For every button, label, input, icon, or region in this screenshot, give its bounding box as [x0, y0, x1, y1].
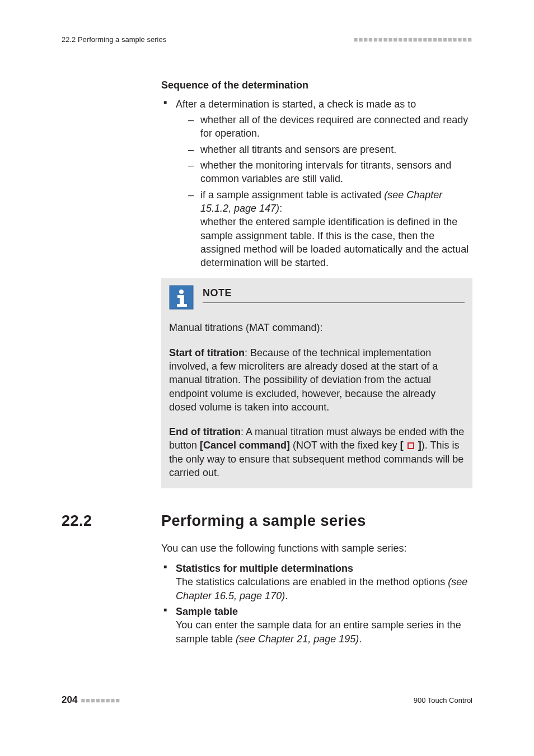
feature-label: Statistics for multiple determinations [176, 563, 353, 574]
page: 22.2 Performing a sample series ■■■■■■■■… [0, 0, 534, 756]
sequence-heading: Sequence of the determination [161, 78, 472, 92]
end-titration-label: End of titration [169, 426, 241, 437]
section-number: 22.2 [62, 511, 161, 531]
note-paragraph: Start of titration: Because of the techn… [169, 346, 465, 414]
feature-text: The statistics calculations are enabled … [176, 576, 448, 587]
start-titration-label: Start of titration [169, 347, 245, 358]
note-title-row: NOTE [203, 286, 465, 302]
list-item: Sample table You can enter the sample da… [161, 605, 472, 646]
svg-rect-3 [180, 295, 184, 305]
running-header: 22.2 Performing a sample series ■■■■■■■■… [62, 35, 472, 45]
check-text: whether all titrants and sensors are pre… [200, 144, 396, 155]
feature-text: . [359, 633, 362, 645]
check-text: whether all of the devices required are … [200, 114, 468, 139]
feature-label: Sample table [176, 606, 238, 617]
header-section-ref: 22.2 Performing a sample series [62, 35, 166, 45]
body-content: Sequence of the determination After a de… [161, 78, 472, 489]
check-text: whether the entered sample identificatio… [200, 216, 469, 268]
note-body: Manual titrations (MAT command): Start o… [169, 321, 465, 479]
footer-ornament: ■■■■■■■■ [81, 696, 120, 706]
page-footer: 204 ■■■■■■■■ 900 Touch Control [62, 694, 472, 707]
footer-left: 204 ■■■■■■■■ [62, 694, 120, 707]
info-icon [169, 285, 194, 310]
section-heading-row: 22.2 Performing a sample series [62, 511, 472, 531]
list-item: whether all of the devices required are … [176, 113, 472, 141]
list-item: After a determination is started, a chec… [161, 97, 472, 270]
list-item: whether all titrants and sensors are pre… [176, 143, 472, 156]
list-item: Statistics for multiple determinations T… [161, 562, 472, 603]
cancel-command-label: [Cancel command] [200, 440, 290, 451]
key-bracket: [ [400, 440, 406, 451]
section-title: Performing a sample series [161, 511, 366, 531]
key-bracket: ] [415, 440, 421, 451]
note-text: (NOT with the fixed key [290, 440, 400, 451]
note-text: Manual titrations (MAT command): [169, 322, 322, 333]
svg-rect-4 [177, 304, 187, 307]
sequence-intro: After a determination is started, a chec… [176, 99, 416, 110]
stop-key-icon [407, 442, 414, 449]
check-text: if a sample assignment table is activate… [200, 189, 384, 200]
note-paragraph: End of titration: A manual titration mus… [169, 425, 465, 479]
note-header: NOTE [169, 285, 465, 310]
svg-point-1 [179, 290, 184, 294]
section-body: You can use the following functions with… [161, 542, 472, 646]
note-title: NOTE [203, 287, 232, 298]
sequence-list: After a determination is started, a chec… [161, 97, 472, 270]
cross-reference: (see Chapter 21, page 195) [236, 633, 359, 645]
checks-list: whether all of the devices required are … [176, 113, 472, 269]
check-text: whether the monitoring intervals for tit… [200, 160, 451, 184]
product-name: 900 Touch Control [414, 696, 472, 706]
page-number: 204 [62, 694, 77, 707]
feature-list: Statistics for multiple determinations T… [161, 562, 472, 646]
check-text: : [279, 203, 282, 214]
header-ornament: ■■■■■■■■■■■■■■■■■■■■■■■■ [354, 35, 472, 45]
feature-text: . [285, 590, 288, 601]
list-item: if a sample assignment table is activate… [176, 188, 472, 270]
note-block: NOTE Manual titrations (MAT command): St… [161, 278, 472, 488]
note-paragraph: Manual titrations (MAT command): [169, 321, 465, 334]
section-intro: You can use the following functions with… [161, 542, 472, 555]
list-item: whether the monitoring intervals for tit… [176, 158, 472, 186]
